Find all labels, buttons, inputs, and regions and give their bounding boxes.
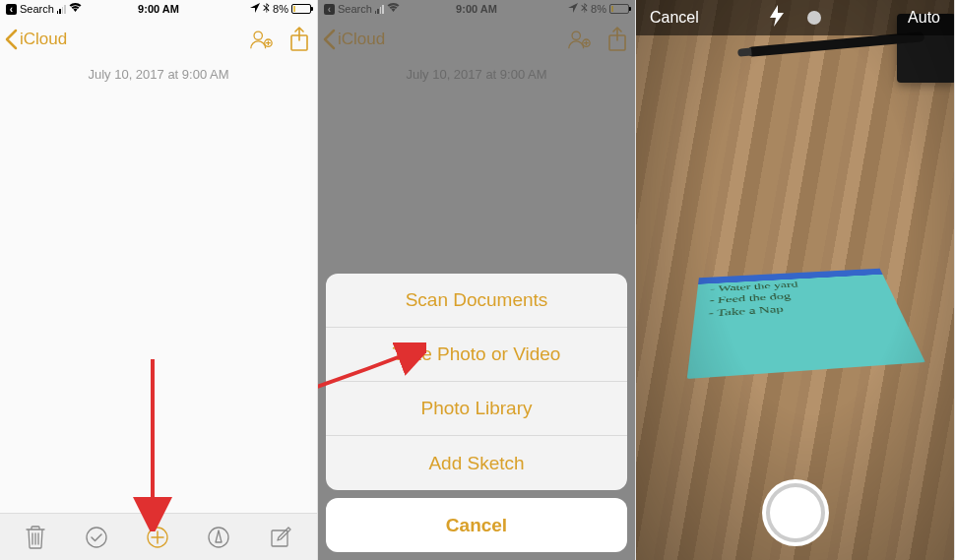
svg-point-7: [572, 31, 580, 39]
share-icon: [607, 27, 627, 52]
annotation-arrow-1: [128, 354, 187, 531]
battery-icon: [609, 4, 629, 14]
bottom-toolbar: [0, 513, 317, 560]
nav-bar: iCloud: [0, 18, 317, 61]
checklist-icon[interactable]: [85, 526, 108, 549]
note-timestamp: July 10, 2017 at 9:00 AM: [318, 67, 635, 82]
trash-icon[interactable]: [25, 525, 46, 550]
clock: 9:00 AM: [318, 3, 635, 15]
status-bar: ‹ Search 9:00 AM 8%: [318, 0, 635, 18]
back-label: iCloud: [20, 30, 67, 49]
share-icon[interactable]: [289, 27, 309, 52]
nav-bar: iCloud: [318, 18, 635, 61]
back-label: iCloud: [338, 30, 385, 49]
collaborate-icon[interactable]: [248, 29, 274, 50]
svg-point-3: [87, 528, 106, 547]
svg-rect-6: [272, 530, 287, 546]
filter-icon[interactable]: [807, 11, 821, 25]
scan-documents-button[interactable]: Scan Documents: [326, 274, 627, 328]
notes-screen: ‹ Search 9:00 AM 8% iCloud July 10, 2017…: [0, 0, 318, 560]
battery-icon: [291, 4, 311, 14]
clock: 9:00 AM: [0, 3, 317, 15]
notes-screen-action-sheet: ‹ Search 9:00 AM 8% iCloud July 10, 2017…: [318, 0, 636, 560]
cancel-button[interactable]: Cancel: [650, 9, 699, 27]
flash-icon[interactable]: [770, 5, 784, 31]
collaborate-icon: [566, 29, 592, 50]
cancel-button[interactable]: Cancel: [326, 498, 627, 552]
back-button: iCloud: [322, 29, 385, 50]
chevron-left-icon: [322, 29, 336, 50]
add-icon[interactable]: [146, 526, 169, 549]
chevron-left-icon: [4, 29, 18, 50]
compose-icon[interactable]: [269, 526, 292, 549]
add-sketch-button[interactable]: Add Sketch: [326, 436, 627, 490]
photo-library-button[interactable]: Photo Library: [326, 382, 627, 436]
note-timestamp: July 10, 2017 at 9:00 AM: [0, 67, 317, 82]
svg-point-0: [254, 31, 262, 39]
take-photo-button[interactable]: Take Photo or Video: [326, 328, 627, 382]
status-bar: ‹ Search 9:00 AM 8%: [0, 0, 317, 18]
markup-icon[interactable]: [207, 526, 230, 549]
shutter-button[interactable]: [766, 483, 825, 542]
back-button[interactable]: iCloud: [4, 29, 67, 50]
camera-top-bar: Cancel Auto: [636, 0, 954, 35]
auto-button[interactable]: Auto: [908, 9, 940, 27]
action-sheet: Scan Documents Take Photo or Video Photo…: [326, 274, 627, 552]
scanner-camera-screen: - Water the yard - Feed the dog - Take a…: [636, 0, 955, 560]
